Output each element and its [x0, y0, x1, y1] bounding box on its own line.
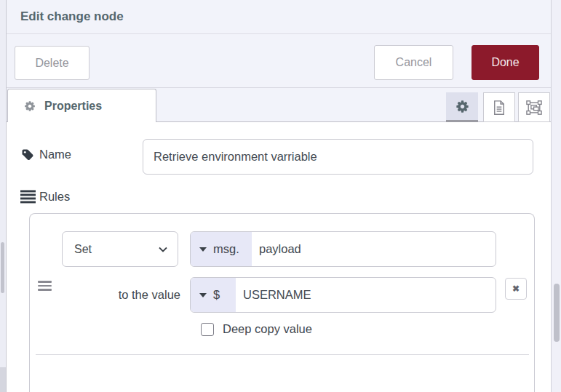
left-scrollbar-thumb[interactable] [1, 242, 4, 293]
rule-action-value: Set [74, 243, 92, 256]
triangle-down-icon [199, 293, 207, 297]
tab-properties[interactable]: Properties [7, 89, 156, 122]
tab-properties-label: Properties [44, 100, 102, 113]
left-gutter-footer [0, 367, 6, 392]
rules-section-label-row: Rules [20, 190, 70, 204]
dialog-title: Edit change node [7, 0, 551, 33]
deep-copy-checkbox[interactable] [201, 323, 214, 336]
name-input[interactable] [143, 139, 533, 175]
rule-property-input[interactable] [252, 232, 496, 266]
tag-icon [22, 149, 33, 161]
to-the-value-label: to the value [87, 288, 180, 302]
dialog-header: Edit change node [7, 0, 551, 34]
rule-value-type-button[interactable]: $ [191, 278, 236, 312]
name-label: Name [39, 148, 71, 161]
name-field-label-row: Name [22, 148, 71, 161]
rule-property-typed-input: msg. [190, 231, 496, 267]
description-button[interactable] [483, 92, 515, 122]
rule-value-type-label: $ [213, 288, 220, 302]
cancel-button[interactable]: Cancel [374, 45, 453, 80]
rule-value-typed-input: $ [190, 277, 496, 313]
rule-action-select[interactable]: Set [62, 231, 178, 267]
gear-icon [455, 100, 469, 113]
rule-value-input[interactable] [236, 278, 496, 312]
deep-copy-label: Deep copy value [223, 322, 312, 336]
done-button[interactable]: Done [472, 45, 539, 80]
rule-drag-handle[interactable] [38, 281, 52, 291]
deep-copy-row: Deep copy value [201, 322, 312, 336]
triangle-down-icon [199, 247, 207, 252]
rule-divider [36, 354, 529, 355]
appearance-button[interactable] [518, 92, 550, 122]
delete-button[interactable]: Delete [15, 46, 89, 80]
rule-remove-button[interactable]: ✖ [505, 278, 527, 300]
properties-gear-button[interactable] [446, 92, 478, 122]
rule-property-type-button[interactable]: msg. [191, 232, 252, 266]
edit-change-node-dialog: Edit change node Delete Cancel Done Prop… [0, 0, 561, 392]
document-icon [492, 100, 506, 116]
chevron-down-icon [159, 247, 167, 252]
group-selection-icon [525, 100, 543, 116]
list-icon [20, 190, 36, 204]
rules-label: Rules [39, 190, 70, 204]
right-scrollbar-thumb[interactable] [554, 284, 560, 342]
gear-icon [24, 100, 36, 112]
left-gutter [0, 0, 7, 392]
rule-property-type-label: msg. [213, 242, 239, 256]
close-icon: ✖ [512, 284, 520, 294]
